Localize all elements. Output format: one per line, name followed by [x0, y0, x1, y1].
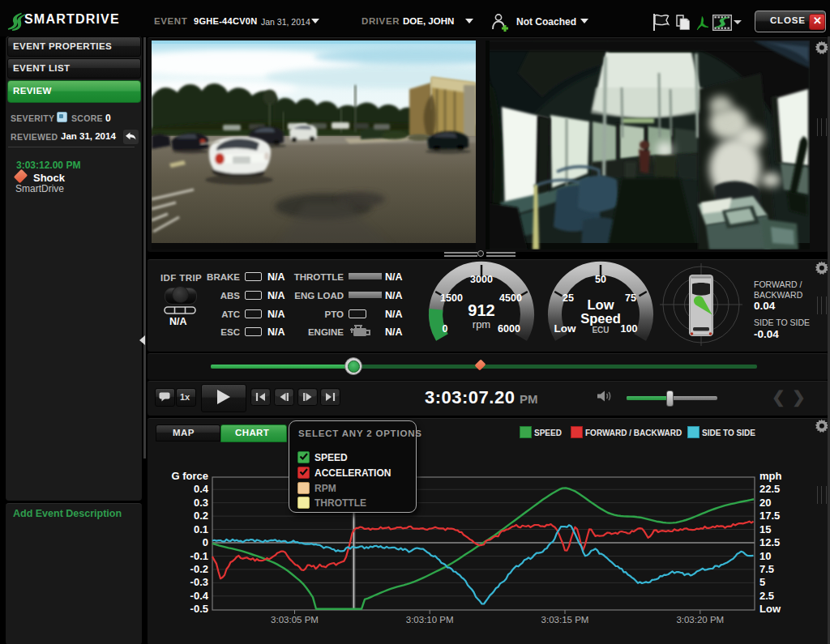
- svg-text:6000: 6000: [498, 323, 520, 335]
- svg-text:2.5: 2.5: [759, 590, 774, 602]
- svg-text:-0.3: -0.3: [190, 576, 208, 588]
- svg-text:22.5: 22.5: [759, 483, 780, 495]
- svg-text:10: 10: [759, 550, 771, 562]
- svg-text:-0.2: -0.2: [190, 563, 208, 575]
- svg-text:-0.4: -0.4: [190, 590, 209, 602]
- svg-text:ECU: ECU: [592, 326, 609, 335]
- svg-text:7.5: 7.5: [759, 563, 774, 575]
- svg-text:3:03:20 PM: 3:03:20 PM: [676, 615, 724, 625]
- svg-text:5: 5: [759, 576, 765, 588]
- svg-text:25: 25: [563, 292, 574, 304]
- svg-text:0.2: 0.2: [194, 510, 208, 522]
- svg-text:Low: Low: [554, 322, 576, 335]
- svg-text:4500: 4500: [499, 292, 522, 304]
- svg-text:1500: 1500: [440, 292, 463, 304]
- svg-text:0.4: 0.4: [194, 483, 209, 495]
- svg-text:3:03:15 PM: 3:03:15 PM: [541, 615, 589, 625]
- svg-text:3:03:05 PM: 3:03:05 PM: [271, 615, 319, 625]
- svg-text:100: 100: [621, 323, 638, 335]
- svg-text:3:03:10 PM: 3:03:10 PM: [406, 615, 454, 625]
- svg-text:rpm: rpm: [473, 318, 490, 331]
- svg-text:3000: 3000: [470, 274, 493, 285]
- svg-text:75: 75: [625, 292, 636, 304]
- svg-text:17.5: 17.5: [759, 510, 780, 522]
- svg-text:0.1: 0.1: [194, 523, 208, 535]
- svg-text:0: 0: [443, 323, 448, 335]
- svg-text:15: 15: [759, 523, 771, 535]
- svg-text:Speed: Speed: [580, 311, 621, 326]
- svg-text:-0.1: -0.1: [190, 550, 208, 562]
- svg-text:0.3: 0.3: [194, 497, 208, 509]
- svg-text:20: 20: [759, 497, 771, 509]
- svg-text:50: 50: [595, 274, 606, 285]
- svg-text:12.5: 12.5: [759, 536, 780, 548]
- svg-text:G force: G force: [171, 470, 208, 482]
- svg-text:Low: Low: [759, 603, 781, 615]
- svg-text:Low: Low: [588, 297, 614, 312]
- svg-text:-0.5: -0.5: [190, 603, 208, 615]
- svg-text:mph: mph: [759, 470, 782, 482]
- svg-text:912: 912: [468, 301, 494, 319]
- svg-text:0: 0: [203, 536, 208, 548]
